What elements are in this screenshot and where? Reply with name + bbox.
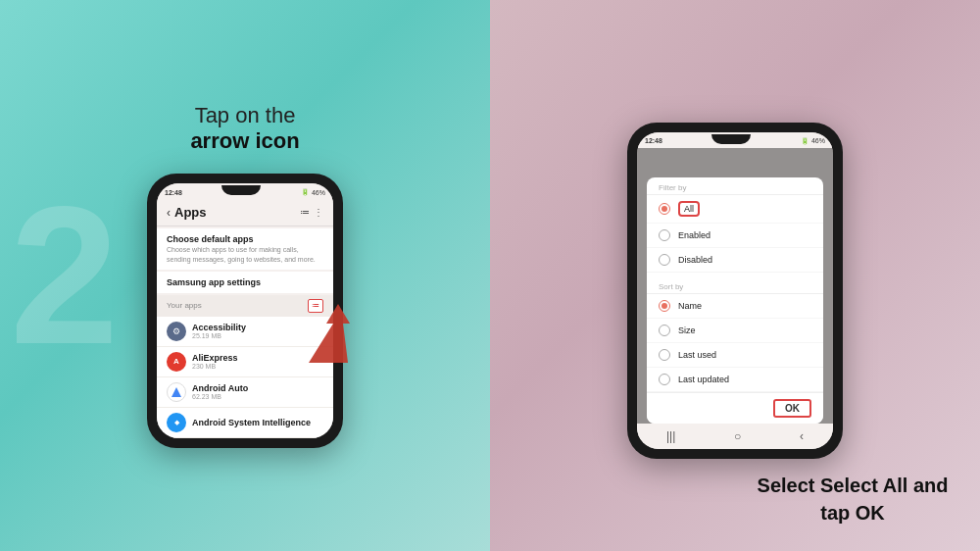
app-list-item[interactable]: Android Auto 62.23 MB: [157, 377, 333, 408]
choose-default-apps-section[interactable]: Choose default apps Choose which apps to…: [157, 228, 333, 269]
select-text: Select: [758, 475, 820, 496]
app-list-item[interactable]: ⚙ Accessibility 25.19 MB: [157, 317, 333, 347]
filter-all-label: All: [678, 201, 700, 217]
asi-info: Android System Intelligence: [192, 418, 311, 427]
sort-name-radio[interactable]: [659, 300, 670, 312]
sort-lastused-option[interactable]: Last used: [647, 343, 823, 368]
status-icons-right: 🔋 46%: [801, 137, 825, 145]
time: 12:48: [165, 189, 182, 196]
asi-name: Android System Intelligence: [192, 418, 311, 427]
sort-lastused-label: Last used: [678, 350, 716, 360]
androidauto-size: 62.23 MB: [192, 393, 248, 400]
sort-name-label: Name: [678, 301, 702, 311]
tap-ok-text: tap OK: [820, 502, 885, 524]
aliexpress-size: 230 MB: [192, 363, 238, 370]
sort-lastupdated-label: Last updated: [678, 375, 729, 384]
more-icon[interactable]: ⋮: [314, 207, 323, 218]
filter-enabled-label: Enabled: [678, 230, 710, 240]
app-list-item[interactable]: A AliExpress 230 MB: [157, 347, 333, 377]
sort-lastupdated-radio[interactable]: [659, 374, 670, 385]
aliexpress-name: AliExpress: [192, 353, 238, 363]
filter-all-radio[interactable]: [659, 203, 670, 215]
right-panel: 12:48 🔋 46% Filter by All: [490, 0, 980, 551]
filter-enabled-option[interactable]: Enabled: [647, 224, 823, 248]
nav-home-icon[interactable]: ○: [734, 429, 741, 443]
battery-right: 46%: [811, 137, 825, 144]
default-apps-subtitle: Choose which apps to use for making call…: [167, 245, 323, 263]
left-panel: 2 Tap on the arrow icon 12:48 🔋 46% ‹ Ap…: [0, 0, 490, 551]
default-apps-title: Choose default apps: [167, 234, 323, 244]
filter-icon[interactable]: ≔: [300, 207, 310, 218]
sort-size-option[interactable]: Size: [647, 319, 823, 343]
dialog-box: Filter by All Enabled Disabled: [647, 177, 823, 424]
androidauto-info: Android Auto 62.23 MB: [192, 383, 248, 400]
svg-marker-0: [172, 387, 181, 397]
all-bold: Select All: [820, 475, 907, 496]
sort-icon-button[interactable]: ≔: [308, 299, 323, 313]
app-header: ‹ Apps ≔ ⋮: [157, 199, 333, 226]
select-all-text: Select Select All and tap OK: [745, 472, 960, 526]
dialog-footer: OK: [647, 392, 823, 424]
sort-icon-char: ≔: [312, 301, 319, 310]
sort-size-label: Size: [678, 326, 696, 335]
phone-mockup-right: 12:48 🔋 46% Filter by All: [627, 123, 843, 459]
samsung-settings-section[interactable]: Samsung app settings: [157, 272, 333, 293]
apps-title: Apps: [174, 205, 300, 220]
status-icons: 🔋 46%: [301, 188, 325, 196]
phone-screen-left: 12:48 🔋 46% ‹ Apps ≔ ⋮ Choose default ap…: [157, 183, 333, 437]
sort-lastused-radio[interactable]: [659, 349, 670, 361]
filter-disabled-label: Disabled: [678, 255, 712, 265]
instruction-text: Tap on the arrow icon: [190, 103, 299, 154]
notch: [221, 185, 261, 195]
your-apps-label: Your apps: [167, 301, 202, 310]
notch-right: [711, 134, 751, 144]
nav-back-icon[interactable]: ‹: [800, 429, 804, 443]
androidauto-icon: [167, 382, 186, 402]
arrow-icon-text: arrow icon: [190, 128, 299, 153]
dialog-overlay: Filter by All Enabled Disabled: [637, 148, 833, 424]
and-text: and: [907, 475, 948, 496]
filter-all-option[interactable]: All: [647, 195, 823, 224]
app-list-item[interactable]: ◆ Android System Intelligence: [157, 408, 333, 438]
nav-bar-right: ||| ○ ‹: [637, 424, 833, 449]
samsung-settings-title: Samsung app settings: [167, 277, 323, 287]
time-right: 12:48: [645, 137, 662, 144]
accessibility-size: 25.19 MB: [192, 332, 246, 339]
accessibility-info: Accessibility 25.19 MB: [192, 323, 246, 339]
sort-size-radio[interactable]: [659, 325, 670, 336]
filter-by-label: Filter by: [647, 177, 823, 195]
ok-button[interactable]: OK: [773, 399, 811, 418]
aliexpress-info: AliExpress 230 MB: [192, 353, 238, 370]
battery-icon-right: 🔋: [801, 137, 809, 145]
tap-on-text: Tap on the: [195, 103, 296, 127]
filter-enabled-radio[interactable]: [659, 229, 670, 241]
phone-mockup-left: 12:48 🔋 46% ‹ Apps ≔ ⋮ Choose default ap…: [147, 174, 343, 447]
back-button[interactable]: ‹: [167, 206, 171, 220]
filter-disabled-radio[interactable]: [659, 254, 670, 266]
battery-icon: 🔋: [301, 188, 310, 196]
your-apps-divider: Your apps ≔: [157, 295, 333, 317]
asi-icon: ◆: [167, 413, 186, 432]
status-bar: 12:48 🔋 46%: [157, 183, 333, 199]
status-bar-right: 12:48 🔋 46%: [637, 132, 833, 148]
battery-percent: 46%: [312, 189, 325, 196]
accessibility-name: Accessibility: [192, 323, 246, 332]
nav-menu-icon[interactable]: |||: [666, 429, 675, 443]
androidauto-name: Android Auto: [192, 383, 248, 393]
filter-disabled-option[interactable]: Disabled: [647, 248, 823, 273]
sort-lastupdated-option[interactable]: Last updated: [647, 368, 823, 392]
watermark: 2: [10, 177, 119, 374]
accessibility-icon: ⚙: [167, 322, 186, 341]
header-icons: ≔ ⋮: [300, 207, 323, 218]
sort-name-option[interactable]: Name: [647, 294, 823, 319]
phone-screen-right: 12:48 🔋 46% Filter by All: [637, 132, 833, 449]
sort-by-label: Sort by: [647, 276, 823, 294]
aliexpress-icon: A: [167, 352, 186, 372]
